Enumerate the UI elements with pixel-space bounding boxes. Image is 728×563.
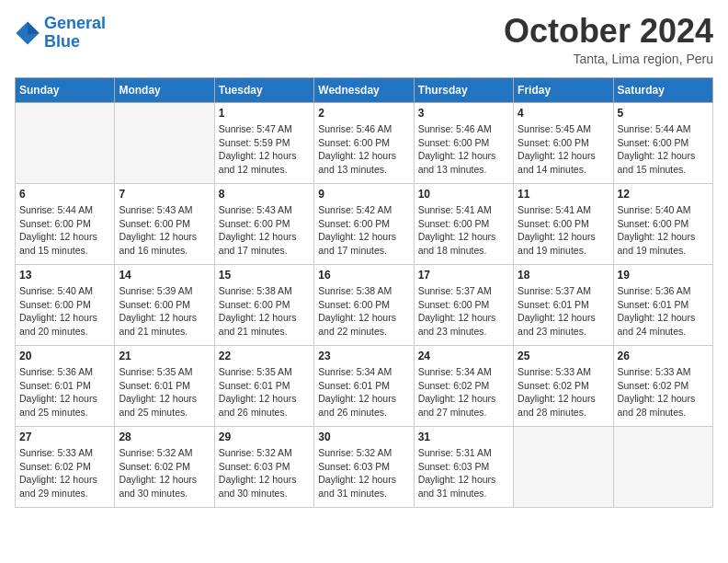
day-info: Sunrise: 5:43 AMSunset: 6:00 PMDaylight:…: [219, 203, 310, 258]
calendar-cell: 29Sunrise: 5:32 AMSunset: 6:03 PMDayligh…: [214, 427, 313, 508]
day-info: Sunrise: 5:42 AMSunset: 6:00 PMDaylight:…: [318, 203, 409, 258]
calendar-cell: 23Sunrise: 5:34 AMSunset: 6:01 PMDayligh…: [314, 346, 414, 427]
logo-line2: Blue: [44, 32, 80, 51]
week-row-3: 13Sunrise: 5:40 AMSunset: 6:00 PMDayligh…: [16, 265, 713, 346]
day-info: Sunrise: 5:33 AMSunset: 6:02 PMDaylight:…: [618, 365, 709, 419]
day-number: 21: [119, 350, 210, 362]
calendar-cell: 14Sunrise: 5:39 AMSunset: 6:00 PMDayligh…: [115, 265, 214, 346]
day-number: 15: [219, 269, 310, 282]
day-info: Sunrise: 5:32 AMSunset: 6:03 PMDaylight:…: [318, 446, 409, 500]
day-number: 28: [119, 431, 210, 443]
day-number: 5: [618, 107, 709, 120]
week-row-5: 27Sunrise: 5:33 AMSunset: 6:02 PMDayligh…: [16, 427, 713, 508]
calendar-cell: 17Sunrise: 5:37 AMSunset: 6:00 PMDayligh…: [414, 265, 513, 346]
day-info: Sunrise: 5:38 AMSunset: 6:00 PMDaylight:…: [318, 284, 409, 339]
day-info: Sunrise: 5:36 AMSunset: 6:01 PMDaylight:…: [19, 365, 110, 419]
day-number: 16: [318, 269, 409, 282]
day-info: Sunrise: 5:37 AMSunset: 6:00 PMDaylight:…: [418, 284, 509, 339]
day-info: Sunrise: 5:35 AMSunset: 6:01 PMDaylight:…: [219, 365, 310, 419]
day-info: Sunrise: 5:33 AMSunset: 6:02 PMDaylight:…: [518, 365, 609, 419]
day-info: Sunrise: 5:33 AMSunset: 6:02 PMDaylight:…: [19, 446, 110, 500]
logo-icon: [15, 20, 40, 46]
day-number: 9: [318, 188, 409, 201]
day-number: 1: [219, 107, 310, 120]
calendar-cell: 11Sunrise: 5:41 AMSunset: 6:00 PMDayligh…: [514, 184, 613, 265]
day-number: 17: [418, 269, 509, 282]
day-info: Sunrise: 5:41 AMSunset: 6:00 PMDaylight:…: [418, 203, 509, 258]
calendar-cell: 4Sunrise: 5:45 AMSunset: 6:00 PMDaylight…: [514, 103, 613, 184]
day-number: 26: [618, 350, 709, 362]
day-header-thursday: Thursday: [414, 78, 513, 103]
day-header-monday: Monday: [115, 78, 214, 103]
day-number: 6: [19, 188, 110, 201]
day-number: 14: [119, 269, 210, 282]
day-number: 23: [318, 350, 409, 362]
day-info: Sunrise: 5:38 AMSunset: 6:00 PMDaylight:…: [219, 284, 310, 339]
days-header-row: SundayMondayTuesdayWednesdayThursdayFrid…: [16, 78, 713, 103]
calendar-cell: 15Sunrise: 5:38 AMSunset: 6:00 PMDayligh…: [214, 265, 313, 346]
calendar-cell: 19Sunrise: 5:36 AMSunset: 6:01 PMDayligh…: [613, 265, 712, 346]
day-info: Sunrise: 5:44 AMSunset: 6:00 PMDaylight:…: [19, 203, 110, 258]
calendar-cell: 27Sunrise: 5:33 AMSunset: 6:02 PMDayligh…: [16, 427, 115, 508]
day-info: Sunrise: 5:40 AMSunset: 6:00 PMDaylight:…: [618, 203, 709, 258]
day-number: 2: [318, 107, 409, 120]
calendar-table: SundayMondayTuesdayWednesdayThursdayFrid…: [15, 77, 713, 508]
day-info: Sunrise: 5:45 AMSunset: 6:00 PMDaylight:…: [518, 122, 609, 177]
week-row-4: 20Sunrise: 5:36 AMSunset: 6:01 PMDayligh…: [16, 346, 713, 427]
day-header-wednesday: Wednesday: [314, 78, 414, 103]
svg-marker-1: [28, 21, 40, 34]
day-number: 11: [518, 188, 609, 201]
calendar-cell: 18Sunrise: 5:37 AMSunset: 6:01 PMDayligh…: [514, 265, 613, 346]
day-info: Sunrise: 5:46 AMSunset: 6:00 PMDaylight:…: [318, 122, 409, 177]
calendar-cell: 28Sunrise: 5:32 AMSunset: 6:02 PMDayligh…: [115, 427, 214, 508]
day-info: Sunrise: 5:37 AMSunset: 6:01 PMDaylight:…: [518, 284, 609, 339]
page-header: General Blue October 2024 Tanta, Lima re…: [15, 15, 713, 66]
day-info: Sunrise: 5:41 AMSunset: 6:00 PMDaylight:…: [518, 203, 609, 258]
day-number: 19: [618, 269, 709, 282]
week-row-1: 1Sunrise: 5:47 AMSunset: 5:59 PMDaylight…: [16, 103, 713, 184]
calendar-cell: 31Sunrise: 5:31 AMSunset: 6:03 PMDayligh…: [414, 427, 513, 508]
day-number: 22: [219, 350, 310, 362]
day-number: 3: [418, 107, 509, 120]
day-header-tuesday: Tuesday: [214, 78, 313, 103]
day-number: 29: [219, 431, 310, 443]
calendar-cell: 5Sunrise: 5:44 AMSunset: 6:00 PMDaylight…: [613, 103, 712, 184]
calendar-cell: [514, 427, 613, 508]
calendar-cell: 24Sunrise: 5:34 AMSunset: 6:02 PMDayligh…: [414, 346, 513, 427]
day-info: Sunrise: 5:31 AMSunset: 6:03 PMDaylight:…: [418, 446, 509, 500]
calendar-cell: 9Sunrise: 5:42 AMSunset: 6:00 PMDaylight…: [314, 184, 414, 265]
calendar-cell: 30Sunrise: 5:32 AMSunset: 6:03 PMDayligh…: [314, 427, 414, 508]
day-header-friday: Friday: [514, 78, 613, 103]
calendar-cell: 16Sunrise: 5:38 AMSunset: 6:00 PMDayligh…: [314, 265, 414, 346]
calendar-cell: 7Sunrise: 5:43 AMSunset: 6:00 PMDaylight…: [115, 184, 214, 265]
day-info: Sunrise: 5:46 AMSunset: 6:00 PMDaylight:…: [418, 122, 509, 177]
calendar-cell: 10Sunrise: 5:41 AMSunset: 6:00 PMDayligh…: [414, 184, 513, 265]
calendar-cell: 21Sunrise: 5:35 AMSunset: 6:01 PMDayligh…: [115, 346, 214, 427]
day-header-saturday: Saturday: [613, 78, 712, 103]
day-info: Sunrise: 5:32 AMSunset: 6:02 PMDaylight:…: [119, 446, 210, 500]
day-number: 13: [19, 269, 110, 282]
logo: General Blue: [15, 15, 106, 52]
calendar-cell: 20Sunrise: 5:36 AMSunset: 6:01 PMDayligh…: [16, 346, 115, 427]
calendar-cell: 8Sunrise: 5:43 AMSunset: 6:00 PMDaylight…: [214, 184, 313, 265]
calendar-cell: 22Sunrise: 5:35 AMSunset: 6:01 PMDayligh…: [214, 346, 313, 427]
day-number: 18: [518, 269, 609, 282]
calendar-cell: [613, 427, 712, 508]
day-number: 24: [418, 350, 509, 362]
calendar-cell: 1Sunrise: 5:47 AMSunset: 5:59 PMDaylight…: [214, 103, 313, 184]
calendar-cell: 3Sunrise: 5:46 AMSunset: 6:00 PMDaylight…: [414, 103, 513, 184]
calendar-cell: [16, 103, 115, 184]
calendar-cell: 6Sunrise: 5:44 AMSunset: 6:00 PMDaylight…: [16, 184, 115, 265]
calendar-cell: 25Sunrise: 5:33 AMSunset: 6:02 PMDayligh…: [514, 346, 613, 427]
day-info: Sunrise: 5:32 AMSunset: 6:03 PMDaylight:…: [219, 446, 310, 500]
calendar-cell: 2Sunrise: 5:46 AMSunset: 6:00 PMDaylight…: [314, 103, 414, 184]
day-info: Sunrise: 5:39 AMSunset: 6:00 PMDaylight:…: [119, 284, 210, 339]
day-number: 12: [618, 188, 709, 201]
week-row-2: 6Sunrise: 5:44 AMSunset: 6:00 PMDaylight…: [16, 184, 713, 265]
month-title: October 2024: [504, 15, 713, 48]
day-number: 30: [318, 431, 409, 443]
day-number: 10: [418, 188, 509, 201]
calendar-cell: 13Sunrise: 5:40 AMSunset: 6:00 PMDayligh…: [16, 265, 115, 346]
day-number: 7: [119, 188, 210, 201]
title-area: October 2024 Tanta, Lima region, Peru: [504, 15, 713, 66]
